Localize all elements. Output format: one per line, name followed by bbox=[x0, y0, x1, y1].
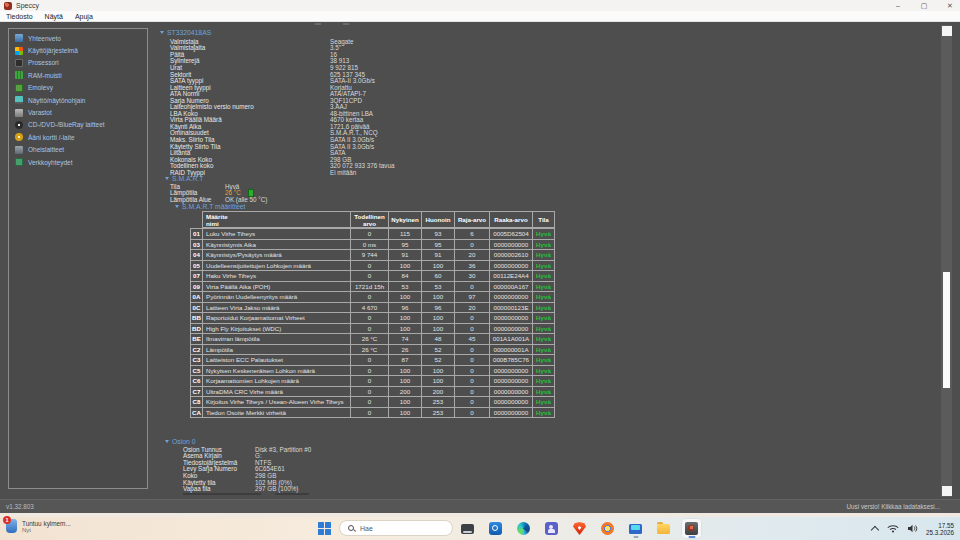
edge-icon[interactable] bbox=[514, 519, 533, 538]
audio-icon bbox=[15, 133, 23, 141]
collapse-arrow-icon bbox=[165, 440, 169, 443]
media-monitor-icon[interactable] bbox=[626, 519, 645, 538]
sidebar-item-label: Käyttöjärjestelmä bbox=[28, 47, 78, 54]
sidebar-item-ram-muisti[interactable]: RAM-muisti bbox=[9, 69, 147, 81]
vertical-scrollbar[interactable] bbox=[941, 25, 952, 497]
sidebar-item-verkkoyhteydet[interactable]: Verkkoyhteydet bbox=[9, 156, 147, 168]
smart-table: Määrite nimi Todellinen arvo Nykyinen Hu… bbox=[190, 211, 562, 418]
weather-subline: Nyt bbox=[22, 527, 71, 533]
speccy-app-icon bbox=[4, 2, 12, 10]
window-title: Speccy bbox=[16, 2, 39, 9]
col-raw-value: Raaka-arvo bbox=[489, 211, 533, 228]
running-indicator bbox=[633, 536, 638, 538]
sidebar-item-yhteenveto[interactable]: Yhteenveto bbox=[9, 32, 147, 44]
security-app-icon[interactable] bbox=[598, 519, 617, 538]
screen: Speccy –▢✕ TiedostoNäytäApuja Yhteenveto… bbox=[0, 0, 960, 540]
notification-badge: 1 bbox=[3, 516, 11, 524]
network-icon bbox=[15, 158, 23, 166]
sidebar-item-optiset-asemat[interactable]: CD-/DVD-/BlueRay laitteet bbox=[9, 119, 147, 131]
update-link[interactable]: Uusi versio! Klikkaa ladataksesi... bbox=[847, 503, 940, 510]
menu-tiedosto[interactable]: Tiedosto bbox=[0, 13, 39, 20]
sidebar-item-emolevy[interactable]: Emolevy bbox=[9, 82, 147, 94]
field-row: Lämpötila Alue OK (alle 50 °C) bbox=[170, 196, 267, 203]
tray-overflow-chevron-icon[interactable] bbox=[871, 525, 879, 533]
sidebar-item-varastot[interactable]: Varastot bbox=[9, 106, 147, 118]
sidebar-item-naytonohjain[interactable]: Näyttö/näytönohjain bbox=[9, 94, 147, 106]
attr-worst: 253 bbox=[421, 407, 455, 419]
motherboard-icon bbox=[15, 84, 23, 92]
sidebar-item-label: CD-/DVD-/BlueRay laitteet bbox=[28, 121, 105, 128]
menu-nayta[interactable]: Näytä bbox=[39, 13, 69, 20]
summary-icon bbox=[15, 34, 23, 42]
sidebar-item-label: Yhteenveto bbox=[28, 35, 61, 42]
collapse-arrow-icon bbox=[165, 177, 169, 180]
scroll-up-button[interactable] bbox=[942, 26, 952, 36]
partition-title: Osion 0 bbox=[172, 438, 195, 445]
smart-attributes-header[interactable]: S.M.A.R.T määritteet bbox=[175, 203, 245, 210]
cpu-icon bbox=[15, 59, 23, 67]
speccy-taskbar-icon[interactable] bbox=[682, 519, 701, 538]
outlook-icon[interactable] bbox=[486, 519, 505, 538]
brave-icon[interactable] bbox=[570, 519, 589, 538]
running-indicator bbox=[688, 536, 695, 538]
client-area: Yhteenveto Käyttöjärjestelmä Prosessori … bbox=[0, 22, 960, 513]
peripherals-icon bbox=[15, 146, 23, 154]
wifi-icon[interactable] bbox=[887, 524, 899, 533]
taskbar-clock[interactable]: 17.55 25.3.2026 bbox=[926, 522, 954, 536]
table-row: CA Tiedon Osoite Merkki virheitä 0 100 2… bbox=[190, 408, 562, 419]
taskbar-search[interactable]: Hae bbox=[339, 520, 453, 536]
collapse-arrow-icon bbox=[160, 31, 164, 34]
attr-threshold: 0 bbox=[454, 407, 490, 419]
sidebar-item-aanikortti[interactable]: Ääni kortti /-laite bbox=[9, 131, 147, 143]
os-icon bbox=[15, 47, 23, 55]
field-row: RAID Tyyppi Ei mitään bbox=[170, 169, 394, 176]
sidebar-item-kayttojarjestelma[interactable]: Käyttöjärjestelmä bbox=[9, 44, 147, 56]
attr-status: Hyvä bbox=[532, 407, 555, 419]
display-icon bbox=[15, 96, 23, 104]
menu-apuja[interactable]: Apuja bbox=[69, 13, 99, 20]
scrollbar-thumb[interactable] bbox=[943, 272, 950, 388]
teams-icon[interactable] bbox=[542, 519, 561, 538]
tablet-device-icon[interactable] bbox=[458, 519, 477, 538]
search-icon bbox=[348, 525, 354, 531]
scroll-down-button[interactable] bbox=[942, 486, 952, 496]
field-value: Disk #3, Partition #0 bbox=[255, 446, 311, 453]
drive-detail-panel: ST3320418AS Valmistaja Seagate Valmistaj… bbox=[155, 22, 941, 500]
speaker-icon[interactable] bbox=[907, 524, 918, 533]
col-current: Nykyinen bbox=[388, 211, 422, 228]
drive-section-header[interactable]: ST3320418AS bbox=[160, 29, 211, 36]
minimize-button[interactable]: – bbox=[892, 0, 904, 11]
smart-attributes-title: S.M.A.R.T määritteet bbox=[182, 203, 245, 210]
ram-icon bbox=[15, 71, 23, 79]
restore-button[interactable]: ▢ bbox=[918, 0, 930, 11]
smart-table-body: 01 Luku Virhe Tiheys 0 115 93 6 0005D625… bbox=[190, 228, 562, 418]
smart-table-header-row: Määrite nimi Todellinen arvo Nykyinen Hu… bbox=[190, 211, 562, 228]
sidebar-item-label: Näyttö/näytönohjain bbox=[28, 97, 85, 104]
attr-raw-value: 0000000000 bbox=[489, 407, 533, 419]
clock-time: 17.55 bbox=[926, 522, 954, 529]
sidebar: Yhteenveto Käyttöjärjestelmä Prosessori … bbox=[8, 28, 148, 489]
scrolled-cutoff-top bbox=[315, 23, 435, 25]
field-value: Ei mitään bbox=[330, 169, 356, 176]
col-attribute-name: Määrite nimi bbox=[202, 211, 351, 228]
smart-section-header[interactable]: S.M.A.R.T bbox=[165, 175, 203, 182]
start-button[interactable] bbox=[318, 522, 331, 535]
col-status: Tila bbox=[532, 211, 555, 228]
file-explorer-icon[interactable] bbox=[654, 519, 673, 538]
sidebar-item-label: Varastot bbox=[28, 109, 52, 116]
close-button[interactable]: ✕ bbox=[944, 0, 956, 11]
attr-name: Tiedon Osoite Merkki virheitä bbox=[202, 407, 351, 419]
partition-section-header[interactable]: Osion 0 bbox=[165, 438, 195, 445]
temperature-range-value: OK (alle 50 °C) bbox=[225, 196, 267, 203]
field-label: Lämpötila Alue bbox=[170, 196, 225, 203]
window-controls: –▢✕ bbox=[892, 0, 956, 11]
field-row: Vapaa tila 297 GB (100%) bbox=[183, 485, 311, 492]
smart-status-fields: Tila Hyvä Lämpötila 26 °C Lämpötila Alue… bbox=[170, 183, 267, 203]
title-bar: Speccy –▢✕ bbox=[0, 0, 960, 11]
sidebar-item-prosessori[interactable]: Prosessori bbox=[9, 57, 147, 69]
sidebar-item-oheislaitteet[interactable]: Oheislaitteet bbox=[9, 144, 147, 156]
drive-model-title: ST3320418AS bbox=[167, 29, 211, 36]
weather-widget[interactable]: 1 Tuntuu kylmem... Nyt bbox=[6, 519, 71, 533]
sidebar-item-label: Prosessori bbox=[28, 59, 59, 66]
col-threshold: Raja-arvo bbox=[454, 211, 490, 228]
